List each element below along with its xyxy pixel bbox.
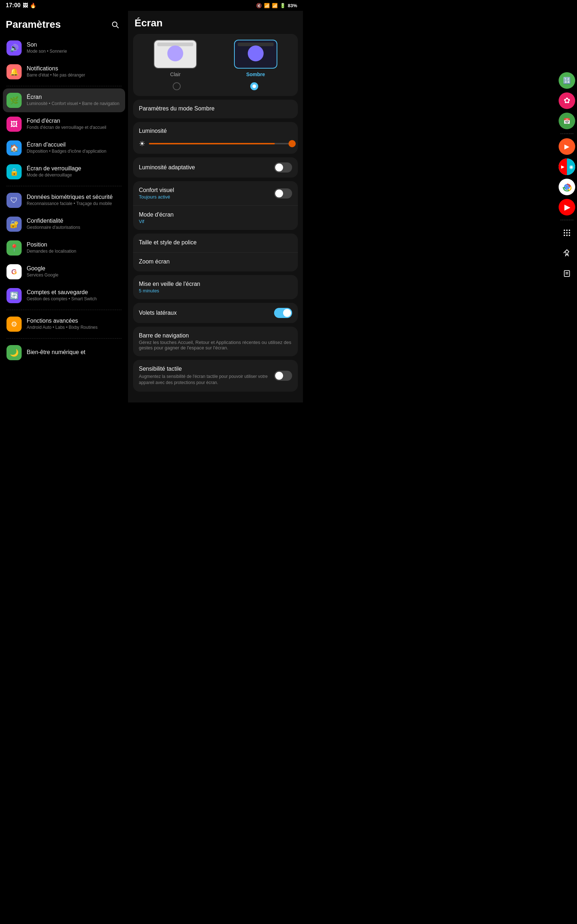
barre-navigation-sub: Gérez les touches Accueil, Retour et App…	[139, 340, 292, 351]
brightness-slider-fill	[149, 143, 275, 144]
mise-en-veille-sub: 5 minutes	[139, 288, 292, 294]
confort-visuel-row[interactable]: Confort visuel Toujours activé	[133, 181, 298, 206]
taille-police-row[interactable]: Taille et style de police	[133, 234, 298, 253]
confidentialite-subtitle: Gestionnaire d'autorisations	[27, 225, 121, 231]
confidentialite-title: Confidentialité	[27, 218, 121, 224]
theme-label-clair: Clair	[170, 71, 181, 77]
radio-sombre[interactable]	[250, 82, 258, 90]
search-button[interactable]	[108, 17, 122, 32]
brightness-slider-thumb[interactable]	[288, 140, 296, 147]
sun-icon: ☀	[139, 139, 145, 148]
son-subtitle: Mode son • Sonnerie	[27, 49, 121, 55]
dark-mode-settings-row[interactable]: Paramètres du mode Sombre	[133, 100, 298, 118]
theme-preview-light	[154, 40, 197, 69]
radio-clair[interactable]	[173, 82, 181, 90]
sidebar-item-notifications[interactable]: 🔔 Notifications Barre d'état • Ne pas dé…	[3, 60, 125, 84]
sidebar-item-fond[interactable]: 🖼 Fond d'écran Fonds d'écran de verrouil…	[3, 112, 125, 136]
luminosity-title: Luminosité	[139, 128, 292, 134]
luminosity-card: Luminosité ☀	[133, 122, 298, 154]
position-icon: 📍	[6, 241, 22, 255]
adaptive-brightness-toggle[interactable]	[274, 162, 292, 173]
sidebar-item-bienetre[interactable]: 🌙 Bien-être numérique et	[3, 341, 125, 365]
bienetre-icon: 🌙	[6, 345, 22, 360]
google-subtitle: Services Google	[27, 273, 121, 278]
avancees-icon: ⚙	[6, 317, 22, 332]
sidebar-item-ecran[interactable]: 🌿 Écran Luminosité • Confort visuel • Ba…	[3, 89, 125, 112]
avancees-title: Fonctions avancées	[27, 318, 121, 324]
status-left: 17:00 🖼 🔥	[6, 2, 36, 9]
battery-icon: 🔋	[280, 3, 285, 8]
biometrie-title: Données biométriques et sécurité	[27, 194, 121, 200]
theme-circle-light	[167, 45, 183, 61]
sidebar-item-google[interactable]: G Google Services Google	[3, 260, 125, 284]
brightness-slider-track[interactable]	[149, 143, 292, 144]
theme-card: Clair Sombre	[133, 34, 298, 96]
mode-ecran-title: Mode d'écran	[139, 212, 174, 218]
zoom-ecran-row[interactable]: Zoom écran	[133, 253, 298, 271]
sidebar-item-confidentialite[interactable]: 🔐 Confidentialité Gestionnaire d'autoris…	[3, 212, 125, 236]
divider-3	[6, 310, 121, 310]
wifi-icon: 📶	[264, 3, 270, 8]
sensibilite-tactile-knob	[275, 372, 283, 380]
theme-radio-row	[138, 82, 293, 90]
right-panel: Écran Clair Sombre	[128, 11, 303, 402]
mute-icon: 🔇	[256, 3, 262, 8]
sidebar-item-comptes[interactable]: 🔄 Comptes et sauvegarde Gestion des comp…	[3, 284, 125, 307]
status-time: 17:00	[6, 2, 21, 9]
google-title: Google	[27, 265, 121, 272]
son-title: Son	[27, 42, 121, 48]
sidebar-item-son[interactable]: 🔊 Son Mode son • Sonnerie	[3, 36, 125, 60]
accueil-subtitle: Disposition • Badges d'icône d'applicati…	[27, 149, 121, 155]
volets-lateraux-knob	[283, 309, 291, 317]
comptes-subtitle: Gestion des comptes • Smart Switch	[27, 296, 121, 302]
sensibilite-tactile-toggle[interactable]	[274, 371, 292, 381]
ecran-icon: 🌿	[6, 93, 22, 108]
notifications-icon: 🔔	[6, 64, 22, 79]
status-right: 🔇 📶 📶 🔋 83%	[256, 3, 297, 8]
notifications-title: Notifications	[27, 65, 121, 72]
verrouillage-title: Écran de verrouillage	[27, 165, 121, 172]
sidebar-item-position[interactable]: 📍 Position Demandes de localisation	[3, 236, 125, 260]
barre-navigation-row[interactable]: Barre de navigation Gérez les touches Ac…	[133, 327, 298, 356]
sidebar-item-accueil[interactable]: 🏠 Écran d'accueil Disposition • Badges d…	[3, 136, 125, 160]
confort-visuel-title: Confort visuel	[139, 187, 174, 194]
google-icon-bg: G	[6, 264, 22, 279]
gallery-icon: 🖼	[23, 3, 28, 8]
zoom-ecran-title: Zoom écran	[139, 258, 292, 265]
theme-circle-dark	[248, 45, 264, 61]
confort-visuel-knob	[275, 189, 283, 197]
volets-lateraux-row[interactable]: Volets latéraux	[133, 303, 298, 323]
volets-lateraux-toggle[interactable]	[274, 308, 292, 318]
status-bar: 17:00 🖼 🔥 🔇 📶 📶 🔋 83%	[0, 0, 303, 11]
fond-subtitle: Fonds d'écran de verrouillage et d'accue…	[27, 125, 121, 131]
sensibilite-tactile-row[interactable]: Sensibilité tactile Augmentez la sensibi…	[133, 360, 298, 392]
sidebar-item-biometrie[interactable]: 🛡 Données biométriques et sécurité Recon…	[3, 188, 125, 212]
taille-police-title: Taille et style de police	[139, 239, 292, 246]
confort-visuel-sub: Toujours activé	[139, 194, 174, 200]
right-panel-title: Écran	[133, 11, 298, 34]
mise-en-veille-row[interactable]: Mise en veille de l'écran 5 minutes	[133, 275, 298, 299]
adaptive-brightness-title: Luminosité adaptative	[139, 164, 274, 171]
svg-line-1	[116, 26, 118, 28]
adaptive-brightness-row[interactable]: Luminosité adaptative	[133, 157, 298, 178]
sidebar-item-avancees[interactable]: ⚙ Fonctions avancées Android Auto • Labs…	[3, 312, 125, 336]
sidebar-item-verrouillage[interactable]: 🔒 Écran de verrouillage Mode de déverrou…	[3, 160, 125, 184]
son-icon: 🔊	[6, 40, 22, 56]
sensibilite-tactile-sub: Augmentez la sensibilité de l'écran tact…	[139, 373, 271, 386]
theme-option-clair[interactable]: Clair	[138, 40, 213, 77]
dark-mode-title: Paramètres du mode Sombre	[139, 105, 292, 112]
theme-label-sombre: Sombre	[246, 71, 265, 77]
battery-percent: 83%	[288, 3, 297, 8]
mode-ecran-row[interactable]: Mode d'écran Vif	[133, 206, 298, 230]
position-subtitle: Demandes de localisation	[27, 249, 121, 254]
left-header: Paramètres	[0, 11, 128, 36]
comptes-title: Comptes et sauvegarde	[27, 289, 121, 296]
avancees-subtitle: Android Auto • Labs • Bixby Routines	[27, 325, 121, 331]
confort-visuel-toggle[interactable]	[274, 188, 292, 199]
radio-dot-sombre	[253, 84, 256, 88]
theme-preview-dark	[234, 40, 277, 69]
divider-4	[6, 338, 121, 339]
fond-title: Fond d'écran	[27, 118, 121, 124]
comptes-icon: 🔄	[6, 288, 22, 303]
theme-option-sombre[interactable]: Sombre	[219, 40, 293, 77]
